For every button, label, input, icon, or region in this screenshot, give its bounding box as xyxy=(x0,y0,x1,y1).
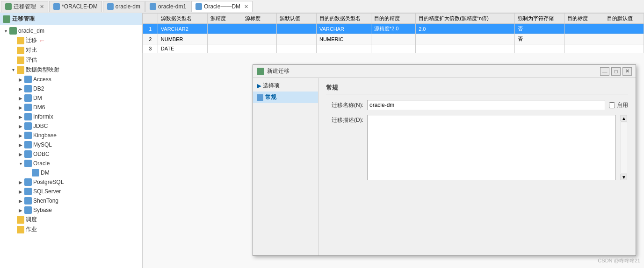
tab-oracle-dm-tab[interactable]: Oracle——DM ✕ xyxy=(191,1,253,12)
tree-item-oracle-dm[interactable]: ▾ oracle_dm xyxy=(0,26,142,35)
enable-label-text: 启用 xyxy=(617,101,628,109)
table-cell-dst-default xyxy=(604,34,644,44)
table-cell-src-default xyxy=(277,34,317,44)
left-panel-header: 迁移管理 xyxy=(0,13,142,25)
tab-migration-mgr-label: 迁移管理 xyxy=(14,3,36,11)
tree-item-oracle-dm[interactable]: DM xyxy=(0,168,142,177)
tree-item-oracle[interactable]: ▾ Oracle xyxy=(0,159,142,168)
table-cell-rownum: 3 xyxy=(143,44,158,53)
tree-item-jdbc[interactable]: ▶ JDBC xyxy=(0,121,142,131)
db-icon-informix xyxy=(24,113,32,120)
tree-toggle-dm6[interactable]: ▶ xyxy=(17,104,24,111)
db-icon-oracle-dm xyxy=(32,169,39,176)
enable-checkbox[interactable] xyxy=(609,102,615,108)
col-src-precision: 源精度 xyxy=(207,14,242,24)
tree-toggle-shentong[interactable]: ▶ xyxy=(17,197,24,205)
left-panel-title: 迁移管理 xyxy=(12,15,35,23)
tree-item-sybase[interactable]: ▶ Sybase xyxy=(0,205,142,215)
tree-label-migrate: 迁移 xyxy=(26,36,37,44)
migrate-arrow: ← xyxy=(39,37,45,44)
tree-label-evaluate: 评估 xyxy=(26,56,37,64)
dialog-minimize-button[interactable]: — xyxy=(600,67,609,76)
db-icon-dm xyxy=(24,94,32,102)
scroll-down-button[interactable]: ▼ xyxy=(621,174,627,180)
db-icon-sybase xyxy=(24,206,32,214)
tree-toggle-sqlserver[interactable]: ▶ xyxy=(17,188,24,195)
db-icon-access xyxy=(24,76,32,83)
tree-toggle-oracle[interactable]: ▾ xyxy=(17,160,24,167)
tree-toggle-kingbase[interactable]: ▶ xyxy=(17,132,24,139)
table-row[interactable]: 1VARCHAR2VARCHAR源精度*2.02.0否 xyxy=(143,24,644,34)
tree-item-kingbase[interactable]: ▶ Kingbase xyxy=(0,131,142,140)
tree-toggle-postgresql[interactable]: ▶ xyxy=(17,178,24,186)
tab-oracle-dm[interactable]: oracle-dm xyxy=(103,1,145,12)
textarea-scrollbar[interactable]: ▲ ▼ xyxy=(621,115,628,180)
tree-item-tune[interactable]: 调度 xyxy=(0,215,142,225)
tab-oracle-dm-tab-close[interactable]: ✕ xyxy=(244,4,248,10)
tree-toggle-migrate[interactable] xyxy=(9,37,17,44)
tree-toggle-mysql[interactable]: ▶ xyxy=(17,141,24,148)
tree-label-job: 作业 xyxy=(26,226,37,233)
table-row[interactable]: 3DATE xyxy=(143,44,644,53)
tree-toggle-compare[interactable] xyxy=(9,47,17,54)
migration-name-input[interactable] xyxy=(367,100,605,110)
tree-toggle-access[interactable]: ▶ xyxy=(17,76,24,83)
dialog-close-button[interactable]: ✕ xyxy=(622,67,632,76)
tree-item-dm[interactable]: ▶ DM xyxy=(0,93,142,103)
tree-item-evaluate[interactable]: 评估 xyxy=(0,55,142,65)
tree-toggle-informix[interactable]: ▶ xyxy=(17,113,24,120)
tree-item-compare[interactable]: 对比 xyxy=(0,45,142,55)
tab-migration-mgr[interactable]: 迁移管理 ✕ xyxy=(1,1,48,12)
tree-item-datatype-mapping[interactable]: ▾ 数据类型映射 xyxy=(0,65,142,75)
tab-oracle-dm1[interactable]: oracle-dm1 xyxy=(145,1,190,12)
dialog-restore-button[interactable]: □ xyxy=(611,67,621,76)
table-row[interactable]: 2NUMBERNUMERIC否 xyxy=(143,34,644,44)
col-dst-type: 目的的数据类型名 xyxy=(317,14,371,24)
tree-toggle-job[interactable] xyxy=(9,226,17,233)
dialog-nav-general[interactable]: 常规 xyxy=(253,92,318,103)
enable-checkbox-label: 启用 xyxy=(609,101,628,109)
db-icon-dm6 xyxy=(24,104,32,111)
tree-toggle-evaluate[interactable] xyxy=(9,56,17,64)
table-cell-src-type: NUMBER xyxy=(158,34,207,44)
tree-toggle-dm[interactable]: ▶ xyxy=(17,94,24,102)
table-cell-dst-scale xyxy=(564,44,604,53)
tab-oracle-dm-star[interactable]: *ORACLE-DM xyxy=(49,1,102,12)
table-cell-src-default xyxy=(277,44,317,53)
select-arrow-icon: ▶ xyxy=(257,83,261,89)
tree-toggle-sybase[interactable]: ▶ xyxy=(17,206,24,214)
tree-toggle-jdbc[interactable]: ▶ xyxy=(17,122,24,130)
table-cell-dst-type xyxy=(317,44,371,53)
tree-item-job[interactable]: 作业 xyxy=(0,225,142,234)
tab-oracle-dm-label: oracle-dm xyxy=(116,3,140,10)
tree-item-sqlserver[interactable]: ▶ SQLServer xyxy=(0,187,142,196)
tree-toggle-datatype[interactable]: ▾ xyxy=(9,66,17,74)
tree-item-access[interactable]: ▶ Access xyxy=(0,75,142,84)
scroll-track xyxy=(621,122,628,173)
tree-toggle-tune[interactable] xyxy=(9,216,17,224)
tree-item-informix[interactable]: ▶ Informix xyxy=(0,112,142,121)
dialog-nav-select[interactable]: ▶ 选择项 xyxy=(253,80,318,92)
table-cell-dst-expand xyxy=(416,44,515,53)
migration-desc-textarea[interactable] xyxy=(367,115,616,180)
tree-label-sqlserver: SQLServer xyxy=(33,188,61,195)
scroll-up-button[interactable]: ▲ xyxy=(621,115,627,121)
tree-item-shentong[interactable]: ▶ ShenTong xyxy=(0,196,142,205)
dialog-nav-general-label: 常规 xyxy=(265,93,276,101)
table-cell-dst-precision xyxy=(371,34,415,44)
tab-bar: 迁移管理 ✕ *ORACLE-DM oracle-dm oracle-dm1 O… xyxy=(0,0,644,13)
db-icon-kingbase xyxy=(24,132,32,139)
tree-item-db2[interactable]: ▶ DB2 xyxy=(0,84,142,93)
tree-toggle-odbc[interactable]: ▶ xyxy=(17,150,24,158)
tree-label-informix: Informix xyxy=(33,113,53,120)
tree-toggle-db2[interactable]: ▶ xyxy=(17,85,24,92)
tree-item-dm6[interactable]: ▶ DM6 xyxy=(0,103,142,112)
tree-item-mysql[interactable]: ▶ MySQL xyxy=(0,140,142,149)
dialog-controls: — □ ✕ xyxy=(600,67,632,76)
dialog-body: ▶ 选择项 常规 常规 迁移名称(N): xyxy=(253,78,636,255)
tree-item-odbc[interactable]: ▶ ODBC xyxy=(0,149,142,159)
tree-item-migrate[interactable]: 迁移 ← xyxy=(0,35,142,45)
tab-migration-mgr-close[interactable]: ✕ xyxy=(40,4,44,10)
tree-toggle-oracle-dm[interactable]: ▾ xyxy=(2,27,9,35)
tree-item-postgresql[interactable]: ▶ PostgreSQL xyxy=(0,177,142,187)
